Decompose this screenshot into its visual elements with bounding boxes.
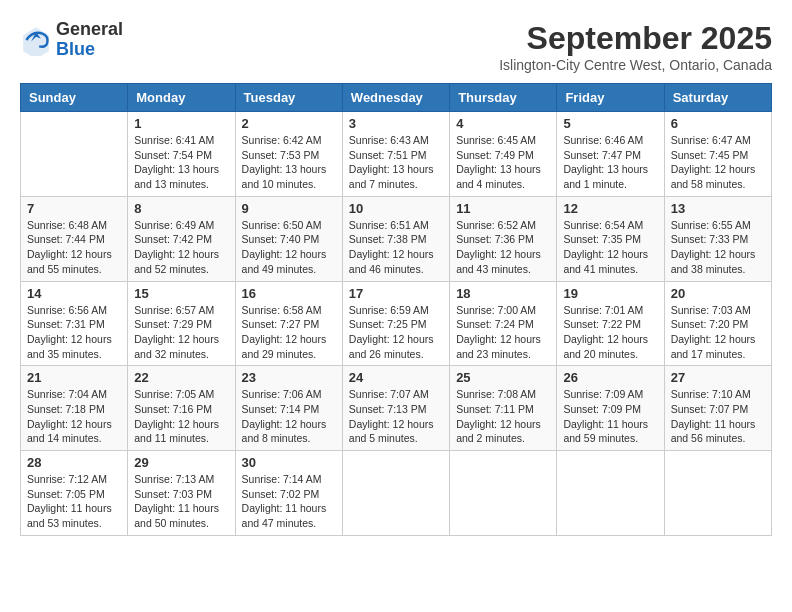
day-number: 19 xyxy=(563,286,657,301)
day-number: 25 xyxy=(456,370,550,385)
day-number: 9 xyxy=(242,201,336,216)
day-info: Sunrise: 6:57 AM Sunset: 7:29 PM Dayligh… xyxy=(134,303,228,362)
week-row-1: 7Sunrise: 6:48 AM Sunset: 7:44 PM Daylig… xyxy=(21,196,772,281)
day-number: 7 xyxy=(27,201,121,216)
day-info: Sunrise: 6:49 AM Sunset: 7:42 PM Dayligh… xyxy=(134,218,228,277)
page-header: General Blue September 2025 Islington-Ci… xyxy=(20,20,772,73)
calendar-cell: 26Sunrise: 7:09 AM Sunset: 7:09 PM Dayli… xyxy=(557,366,664,451)
day-number: 20 xyxy=(671,286,765,301)
day-number: 23 xyxy=(242,370,336,385)
day-info: Sunrise: 6:51 AM Sunset: 7:38 PM Dayligh… xyxy=(349,218,443,277)
day-info: Sunrise: 6:50 AM Sunset: 7:40 PM Dayligh… xyxy=(242,218,336,277)
location-subtitle: Islington-City Centre West, Ontario, Can… xyxy=(499,57,772,73)
calendar-cell: 22Sunrise: 7:05 AM Sunset: 7:16 PM Dayli… xyxy=(128,366,235,451)
day-number: 1 xyxy=(134,116,228,131)
day-number: 8 xyxy=(134,201,228,216)
calendar-cell: 2Sunrise: 6:42 AM Sunset: 7:53 PM Daylig… xyxy=(235,112,342,197)
day-info: Sunrise: 7:05 AM Sunset: 7:16 PM Dayligh… xyxy=(134,387,228,446)
calendar-cell: 28Sunrise: 7:12 AM Sunset: 7:05 PM Dayli… xyxy=(21,451,128,536)
day-info: Sunrise: 6:47 AM Sunset: 7:45 PM Dayligh… xyxy=(671,133,765,192)
day-number: 2 xyxy=(242,116,336,131)
day-number: 5 xyxy=(563,116,657,131)
day-info: Sunrise: 6:48 AM Sunset: 7:44 PM Dayligh… xyxy=(27,218,121,277)
day-number: 11 xyxy=(456,201,550,216)
calendar-cell: 7Sunrise: 6:48 AM Sunset: 7:44 PM Daylig… xyxy=(21,196,128,281)
logo-text: General Blue xyxy=(56,20,123,60)
month-title: September 2025 xyxy=(499,20,772,57)
day-number: 14 xyxy=(27,286,121,301)
day-number: 12 xyxy=(563,201,657,216)
week-row-2: 14Sunrise: 6:56 AM Sunset: 7:31 PM Dayli… xyxy=(21,281,772,366)
logo-icon xyxy=(20,24,52,56)
week-row-0: 1Sunrise: 6:41 AM Sunset: 7:54 PM Daylig… xyxy=(21,112,772,197)
logo: General Blue xyxy=(20,20,123,60)
calendar-cell xyxy=(664,451,771,536)
day-info: Sunrise: 7:10 AM Sunset: 7:07 PM Dayligh… xyxy=(671,387,765,446)
day-info: Sunrise: 6:41 AM Sunset: 7:54 PM Dayligh… xyxy=(134,133,228,192)
day-info: Sunrise: 7:09 AM Sunset: 7:09 PM Dayligh… xyxy=(563,387,657,446)
calendar-table: SundayMondayTuesdayWednesdayThursdayFrid… xyxy=(20,83,772,536)
calendar-cell: 29Sunrise: 7:13 AM Sunset: 7:03 PM Dayli… xyxy=(128,451,235,536)
week-row-3: 21Sunrise: 7:04 AM Sunset: 7:18 PM Dayli… xyxy=(21,366,772,451)
day-info: Sunrise: 7:13 AM Sunset: 7:03 PM Dayligh… xyxy=(134,472,228,531)
day-number: 27 xyxy=(671,370,765,385)
calendar-cell: 12Sunrise: 6:54 AM Sunset: 7:35 PM Dayli… xyxy=(557,196,664,281)
calendar-cell: 10Sunrise: 6:51 AM Sunset: 7:38 PM Dayli… xyxy=(342,196,449,281)
day-info: Sunrise: 6:52 AM Sunset: 7:36 PM Dayligh… xyxy=(456,218,550,277)
day-info: Sunrise: 7:08 AM Sunset: 7:11 PM Dayligh… xyxy=(456,387,550,446)
day-number: 30 xyxy=(242,455,336,470)
calendar-header-row: SundayMondayTuesdayWednesdayThursdayFrid… xyxy=(21,84,772,112)
day-info: Sunrise: 6:56 AM Sunset: 7:31 PM Dayligh… xyxy=(27,303,121,362)
day-header-saturday: Saturday xyxy=(664,84,771,112)
day-info: Sunrise: 6:58 AM Sunset: 7:27 PM Dayligh… xyxy=(242,303,336,362)
calendar-cell: 30Sunrise: 7:14 AM Sunset: 7:02 PM Dayli… xyxy=(235,451,342,536)
day-info: Sunrise: 6:45 AM Sunset: 7:49 PM Dayligh… xyxy=(456,133,550,192)
calendar-cell: 16Sunrise: 6:58 AM Sunset: 7:27 PM Dayli… xyxy=(235,281,342,366)
calendar-cell: 9Sunrise: 6:50 AM Sunset: 7:40 PM Daylig… xyxy=(235,196,342,281)
day-info: Sunrise: 6:55 AM Sunset: 7:33 PM Dayligh… xyxy=(671,218,765,277)
day-number: 16 xyxy=(242,286,336,301)
calendar-cell: 3Sunrise: 6:43 AM Sunset: 7:51 PM Daylig… xyxy=(342,112,449,197)
day-info: Sunrise: 7:07 AM Sunset: 7:13 PM Dayligh… xyxy=(349,387,443,446)
day-header-tuesday: Tuesday xyxy=(235,84,342,112)
day-number: 24 xyxy=(349,370,443,385)
calendar-cell: 11Sunrise: 6:52 AM Sunset: 7:36 PM Dayli… xyxy=(450,196,557,281)
day-number: 22 xyxy=(134,370,228,385)
day-info: Sunrise: 7:00 AM Sunset: 7:24 PM Dayligh… xyxy=(456,303,550,362)
day-info: Sunrise: 7:14 AM Sunset: 7:02 PM Dayligh… xyxy=(242,472,336,531)
day-number: 17 xyxy=(349,286,443,301)
day-number: 26 xyxy=(563,370,657,385)
calendar-cell: 14Sunrise: 6:56 AM Sunset: 7:31 PM Dayli… xyxy=(21,281,128,366)
calendar-cell: 15Sunrise: 6:57 AM Sunset: 7:29 PM Dayli… xyxy=(128,281,235,366)
calendar-cell: 19Sunrise: 7:01 AM Sunset: 7:22 PM Dayli… xyxy=(557,281,664,366)
day-info: Sunrise: 7:12 AM Sunset: 7:05 PM Dayligh… xyxy=(27,472,121,531)
calendar-cell: 6Sunrise: 6:47 AM Sunset: 7:45 PM Daylig… xyxy=(664,112,771,197)
calendar-cell: 8Sunrise: 6:49 AM Sunset: 7:42 PM Daylig… xyxy=(128,196,235,281)
calendar-cell xyxy=(342,451,449,536)
day-header-monday: Monday xyxy=(128,84,235,112)
day-info: Sunrise: 6:42 AM Sunset: 7:53 PM Dayligh… xyxy=(242,133,336,192)
day-number: 18 xyxy=(456,286,550,301)
calendar-cell: 23Sunrise: 7:06 AM Sunset: 7:14 PM Dayli… xyxy=(235,366,342,451)
calendar-cell: 24Sunrise: 7:07 AM Sunset: 7:13 PM Dayli… xyxy=(342,366,449,451)
day-info: Sunrise: 7:01 AM Sunset: 7:22 PM Dayligh… xyxy=(563,303,657,362)
day-header-thursday: Thursday xyxy=(450,84,557,112)
calendar-cell: 1Sunrise: 6:41 AM Sunset: 7:54 PM Daylig… xyxy=(128,112,235,197)
day-info: Sunrise: 7:04 AM Sunset: 7:18 PM Dayligh… xyxy=(27,387,121,446)
day-number: 6 xyxy=(671,116,765,131)
day-info: Sunrise: 7:03 AM Sunset: 7:20 PM Dayligh… xyxy=(671,303,765,362)
calendar-cell: 13Sunrise: 6:55 AM Sunset: 7:33 PM Dayli… xyxy=(664,196,771,281)
calendar-cell: 18Sunrise: 7:00 AM Sunset: 7:24 PM Dayli… xyxy=(450,281,557,366)
calendar-cell xyxy=(450,451,557,536)
calendar-cell: 4Sunrise: 6:45 AM Sunset: 7:49 PM Daylig… xyxy=(450,112,557,197)
calendar-cell xyxy=(21,112,128,197)
day-number: 29 xyxy=(134,455,228,470)
calendar-cell: 27Sunrise: 7:10 AM Sunset: 7:07 PM Dayli… xyxy=(664,366,771,451)
day-number: 21 xyxy=(27,370,121,385)
day-info: Sunrise: 6:46 AM Sunset: 7:47 PM Dayligh… xyxy=(563,133,657,192)
day-header-friday: Friday xyxy=(557,84,664,112)
title-block: September 2025 Islington-City Centre Wes… xyxy=(499,20,772,73)
calendar-cell xyxy=(557,451,664,536)
day-number: 3 xyxy=(349,116,443,131)
calendar-cell: 20Sunrise: 7:03 AM Sunset: 7:20 PM Dayli… xyxy=(664,281,771,366)
